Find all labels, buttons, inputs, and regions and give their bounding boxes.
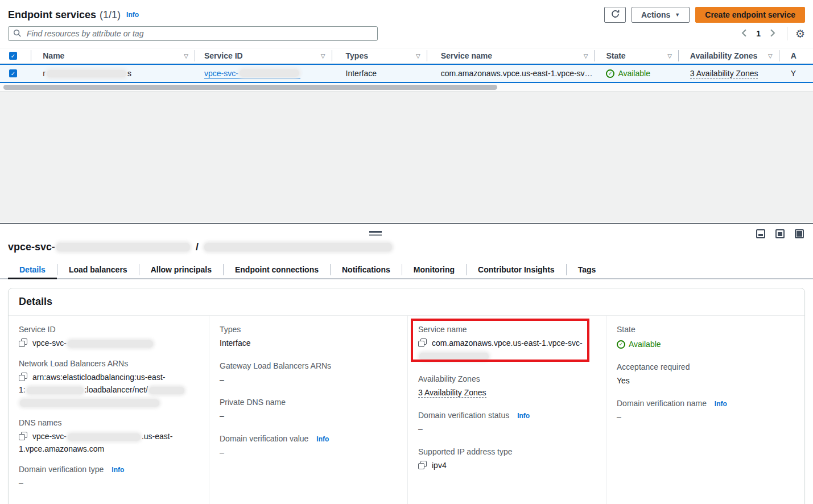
previous-page-button[interactable] bbox=[738, 28, 750, 40]
availability-zones-link[interactable]: 3 Availability Zones bbox=[690, 69, 758, 79]
field-service-name: Service name com.amazonaws.vpce.us-east-… bbox=[418, 325, 597, 362]
sort-icon[interactable]: ▽ bbox=[184, 53, 188, 59]
sort-icon[interactable]: ▽ bbox=[584, 53, 588, 59]
tab-monitoring[interactable]: Monitoring bbox=[402, 261, 466, 279]
info-link[interactable]: Info bbox=[316, 435, 329, 443]
redacted-text bbox=[20, 399, 159, 407]
resource-count: (1/1) bbox=[100, 9, 121, 21]
endpoint-services-table: Name ▽ Service ID ▽ Types ▽ Service name… bbox=[0, 48, 813, 91]
split-panel-drag-handle[interactable] bbox=[369, 231, 382, 236]
split-panel: vpce-svc- / Details Load balancers Allow… bbox=[0, 224, 813, 504]
field-domain-verification-type: Domain verification type Info – bbox=[19, 465, 200, 489]
tab-load-balancers[interactable]: Load balancers bbox=[57, 261, 139, 279]
field-state: State Available bbox=[617, 325, 795, 350]
refresh-button[interactable] bbox=[604, 7, 626, 23]
tab-contributor-insights[interactable]: Contributor Insights bbox=[467, 261, 566, 279]
field-private-dns-name: Private DNS name – bbox=[220, 398, 398, 422]
tab-details[interactable]: Details bbox=[8, 261, 57, 279]
column-header-name[interactable]: Name ▽ bbox=[31, 48, 195, 63]
redacted-text bbox=[240, 69, 299, 77]
sort-icon[interactable]: ▽ bbox=[768, 53, 773, 59]
field-acceptance-required: Acceptance required Yes bbox=[617, 362, 795, 387]
redacted-text bbox=[56, 243, 190, 251]
cell-availability-zones: 3 Availability Zones bbox=[679, 65, 779, 82]
settings-gear-button[interactable]: ⚙︎ bbox=[795, 28, 805, 39]
panel-size-full-button[interactable] bbox=[795, 229, 804, 238]
table-toolbar: 1 ⚙︎ bbox=[0, 23, 813, 41]
sort-icon[interactable]: ▽ bbox=[667, 53, 672, 59]
column-header-availability-zones[interactable]: Availability Zones ▽ bbox=[679, 48, 779, 63]
sort-icon[interactable]: ▽ bbox=[416, 53, 420, 59]
info-link[interactable]: Info bbox=[112, 466, 124, 474]
details-column-4: State Available Acceptance required Yes … bbox=[606, 316, 804, 504]
page-header: Endpoint services (1/1) Info Actions ▼ C… bbox=[0, 0, 813, 23]
info-link[interactable]: Info bbox=[715, 400, 727, 408]
tab-tags[interactable]: Tags bbox=[567, 261, 608, 279]
field-domain-verification-status: Domain verification status Info – bbox=[418, 411, 597, 435]
gear-icon: ⚙︎ bbox=[795, 28, 805, 40]
search-icon bbox=[13, 29, 22, 39]
next-page-button[interactable] bbox=[766, 28, 779, 40]
header-actions: Actions ▼ Create endpoint service bbox=[604, 7, 805, 23]
actions-button[interactable]: Actions ▼ bbox=[632, 7, 690, 23]
column-header-service-id[interactable]: Service ID ▽ bbox=[195, 48, 332, 63]
field-domain-verification-value: Domain verification value Info – bbox=[220, 434, 398, 458]
field-dns-names: DNS names vpce-svc-.us-east- 1.vpce.amaz… bbox=[19, 418, 200, 455]
check-circle-icon bbox=[617, 340, 625, 349]
page-title: Endpoint services bbox=[8, 9, 96, 21]
tab-endpoint-connections[interactable]: Endpoint connections bbox=[224, 261, 330, 279]
panel-size-small-button[interactable] bbox=[756, 229, 765, 238]
column-header-acceptance[interactable]: A bbox=[779, 48, 813, 63]
refresh-icon bbox=[610, 9, 620, 20]
field-glb-arns: Gateway Load Balancers ARNs – bbox=[220, 361, 398, 386]
cell-types: Interface bbox=[332, 65, 427, 82]
row-checkbox[interactable] bbox=[9, 69, 17, 77]
copy-icon[interactable] bbox=[19, 373, 27, 381]
availability-zones-link[interactable]: 3 Availability Zones bbox=[418, 388, 486, 398]
current-page-number: 1 bbox=[754, 29, 763, 38]
horizontal-scrollbar[interactable] bbox=[0, 83, 813, 91]
split-panel-title: vpce-svc- / bbox=[8, 241, 813, 253]
redacted-text bbox=[68, 340, 153, 348]
status-badge: Available bbox=[618, 69, 650, 78]
toolbar-separator bbox=[787, 27, 787, 40]
details-column-2: Types Interface Gateway Load Balancers A… bbox=[209, 316, 408, 504]
tab-allow-principals[interactable]: Allow principals bbox=[139, 261, 223, 279]
search-input[interactable] bbox=[8, 26, 378, 41]
status-badge: Available bbox=[629, 338, 661, 350]
chevron-right-icon bbox=[770, 30, 775, 39]
tab-notifications[interactable]: Notifications bbox=[331, 261, 402, 279]
cell-name: r s bbox=[31, 65, 195, 82]
panel-size-half-button[interactable] bbox=[775, 229, 785, 238]
column-header-state[interactable]: State ▽ bbox=[595, 48, 678, 63]
redacted-text bbox=[27, 387, 84, 394]
redacted-text bbox=[47, 70, 126, 77]
details-card-heading: Details bbox=[9, 288, 804, 316]
column-header-service-name[interactable]: Service name ▽ bbox=[427, 48, 595, 63]
pagination: 1 ⚙︎ bbox=[738, 27, 805, 40]
redacted-text bbox=[149, 387, 184, 394]
details-card: Details Service ID vpce-svc- Network Loa… bbox=[8, 288, 805, 504]
select-all-checkbox[interactable] bbox=[9, 52, 17, 60]
sort-icon[interactable]: ▽ bbox=[321, 53, 325, 59]
caret-down-icon: ▼ bbox=[675, 12, 680, 18]
scrollbar-thumb[interactable] bbox=[3, 85, 497, 90]
copy-icon[interactable] bbox=[418, 461, 427, 469]
actions-button-label: Actions bbox=[641, 10, 670, 19]
chevron-left-icon bbox=[741, 30, 747, 39]
split-panel-controls bbox=[756, 229, 804, 238]
header-info-link[interactable]: Info bbox=[126, 11, 139, 19]
empty-area bbox=[0, 91, 813, 222]
copy-icon[interactable] bbox=[19, 338, 27, 347]
cell-service-id: vpce-svc- bbox=[195, 65, 332, 82]
table-row[interactable]: r s vpce-svc- Interface com.amazonaws.vp… bbox=[0, 64, 813, 83]
info-link[interactable]: Info bbox=[517, 412, 530, 420]
details-column-3: Service name com.amazonaws.vpce.us-east-… bbox=[408, 316, 606, 504]
copy-icon[interactable] bbox=[19, 432, 27, 440]
service-id-link[interactable]: vpce-svc- bbox=[204, 69, 300, 79]
copy-icon[interactable] bbox=[418, 338, 427, 347]
create-endpoint-service-button[interactable]: Create endpoint service bbox=[695, 7, 805, 23]
redacted-text bbox=[68, 433, 141, 441]
tab-bar: Details Load balancers Allow principals … bbox=[0, 261, 813, 279]
column-header-types[interactable]: Types ▽ bbox=[332, 48, 427, 63]
